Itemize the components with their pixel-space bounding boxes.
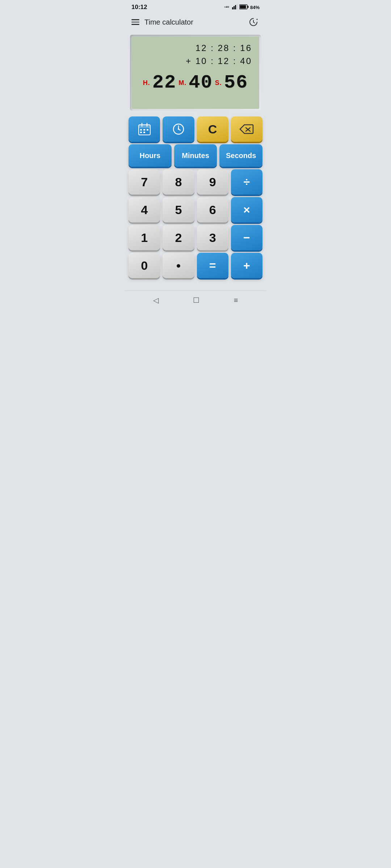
svg-rect-9 <box>139 125 150 128</box>
svg-rect-7 <box>240 5 246 8</box>
digit-8-button[interactable]: 8 <box>163 169 194 195</box>
status-bar: 10:12 ⁺⁴ᴳ 84% <box>125 0 266 13</box>
divide-button[interactable]: ÷ <box>231 169 262 195</box>
hours-button-label: Hours <box>139 152 160 160</box>
seconds-button-label: Seconds <box>226 152 256 160</box>
plus-button[interactable]: + <box>231 253 262 278</box>
hours-button[interactable]: Hours <box>129 144 172 167</box>
button-row-4: 4 5 6 × <box>129 197 262 222</box>
navigation-bar: ◁ ☐ ≡ <box>125 290 266 311</box>
digit-4-button[interactable]: 4 <box>129 197 160 222</box>
seconds-label: S. <box>215 79 222 87</box>
calculator-display: 12 : 28 : 16 + 10 : 12 : 40 H. 22 M. 40 … <box>130 35 261 111</box>
minutes-button[interactable]: Minutes <box>174 144 217 167</box>
button-row-3: 7 8 9 ÷ <box>129 169 262 195</box>
digit-1-button[interactable]: 1 <box>129 225 160 250</box>
signal-icon: ⁺⁴ᴳ <box>224 4 231 10</box>
button-row-6: 0 • = + <box>129 253 262 278</box>
button-row-2: Hours Minutes Seconds <box>129 144 262 167</box>
clock-button[interactable] <box>163 116 194 142</box>
svg-rect-3 <box>235 5 236 9</box>
svg-point-18 <box>178 128 179 130</box>
battery-icon <box>239 4 249 10</box>
hours-label: H. <box>143 79 150 87</box>
minus-button[interactable]: − <box>231 225 262 250</box>
clear-button[interactable]: C <box>197 116 228 142</box>
app-title: Time calculator <box>144 18 193 26</box>
digit-7-button[interactable]: 7 <box>129 169 160 195</box>
digit-3-button[interactable]: 3 <box>197 225 228 250</box>
status-icons: ⁺⁴ᴳ 84% <box>224 4 260 10</box>
minutes-value: 40 <box>189 73 213 92</box>
svg-rect-16 <box>143 132 145 133</box>
calculator-buttons: C Hours Minutes Seconds 7 8 <box>125 115 266 282</box>
svg-rect-13 <box>143 129 145 131</box>
battery-percent: 84% <box>250 5 260 10</box>
svg-rect-6 <box>247 6 248 8</box>
svg-rect-4 <box>236 4 237 9</box>
hours-value: 22 <box>152 73 176 92</box>
seconds-value: 56 <box>224 73 248 92</box>
minutes-button-label: Minutes <box>182 152 209 160</box>
svg-rect-14 <box>147 129 148 131</box>
minutes-label: M. <box>178 79 186 87</box>
display-inner: 12 : 28 : 16 + 10 : 12 : 40 H. 22 M. 40 … <box>132 37 259 109</box>
equals-button[interactable]: = <box>197 253 228 278</box>
digit-0-button[interactable]: 0 <box>129 253 160 278</box>
result-row: H. 22 M. 40 S. 56 <box>139 73 252 92</box>
button-row-1: C <box>129 116 262 142</box>
app-header: Time calculator <box>125 13 266 32</box>
button-row-5: 1 2 3 − <box>129 225 262 250</box>
svg-text:⁺⁴ᴳ: ⁺⁴ᴳ <box>224 6 229 9</box>
display-line-1: 12 : 28 : 16 <box>139 42 252 55</box>
calendar-button[interactable] <box>129 116 160 142</box>
nav-home-button[interactable]: ☐ <box>193 296 199 305</box>
svg-rect-2 <box>234 6 235 9</box>
svg-rect-1 <box>232 7 233 9</box>
history-button[interactable] <box>247 16 260 28</box>
dot-button[interactable]: • <box>163 253 194 278</box>
seconds-button[interactable]: Seconds <box>219 144 262 167</box>
svg-rect-12 <box>140 129 142 131</box>
clear-label: C <box>208 122 217 136</box>
digit-5-button[interactable]: 5 <box>163 197 194 222</box>
display-line-2: + 10 : 12 : 40 <box>139 55 252 68</box>
svg-rect-15 <box>140 132 142 133</box>
display-lines: 12 : 28 : 16 + 10 : 12 : 40 <box>139 42 252 68</box>
signal-bars-icon <box>232 4 238 10</box>
menu-button[interactable] <box>131 19 139 25</box>
digit-2-button[interactable]: 2 <box>163 225 194 250</box>
multiply-button[interactable]: × <box>231 197 262 222</box>
status-time: 10:12 <box>131 4 147 11</box>
digit-6-button[interactable]: 6 <box>197 197 228 222</box>
header-left: Time calculator <box>131 18 193 26</box>
digit-9-button[interactable]: 9 <box>197 169 228 195</box>
nav-back-button[interactable]: ◁ <box>153 296 159 305</box>
backspace-button[interactable] <box>231 116 262 142</box>
nav-menu-button[interactable]: ≡ <box>234 296 238 305</box>
